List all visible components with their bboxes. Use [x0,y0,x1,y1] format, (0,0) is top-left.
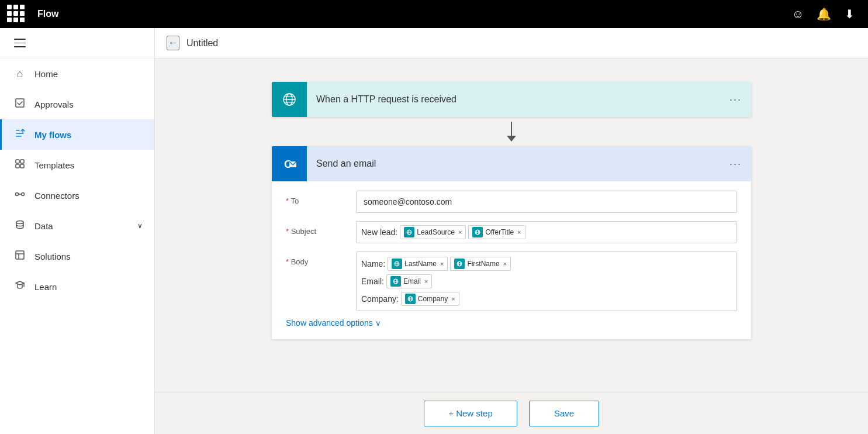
sidebar-item-home[interactable]: ⌂ Home [0,58,154,89]
svg-point-5 [16,192,19,195]
firstname-label: FirstName [467,260,499,268]
sidebar-item-label: Approvals [34,99,74,109]
svg-rect-3 [16,164,19,168]
sidebar-item-approvals[interactable]: Approvals [0,89,154,119]
sidebar-item-label: My flows [34,130,71,140]
body-input[interactable]: Name: LastName × [356,252,737,311]
home-icon: ⌂ [13,68,26,80]
company-icon [405,294,416,304]
svg-point-6 [22,192,25,195]
body-tag-company[interactable]: Company × [401,292,459,306]
http-trigger-card[interactable]: When a HTTP request is received ··· [272,82,751,117]
sidebar-item-label: Connectors [34,191,79,201]
main-canvas: When a HTTP request is received ··· [155,58,868,434]
body-field-row: * Body Name: [286,252,737,311]
http-icon [272,82,307,117]
offertitle-label: OfferTitle [485,228,514,236]
page-title: Untitled [186,38,218,49]
data-chevron-icon: ∨ [137,222,143,230]
email-close[interactable]: × [424,278,428,285]
body-tag-lastname[interactable]: LastName × [388,257,448,271]
http-card-menu[interactable]: ··· [720,94,751,106]
company-close[interactable]: × [451,295,455,302]
http-card-header: When a HTTP request is received ··· [272,82,751,117]
flow-arrow [507,117,516,146]
sidebar-item-solutions[interactable]: Solutions [0,241,154,271]
subject-tag-offertitle[interactable]: OfferTitle × [468,225,525,239]
email-action-label: Send an email [307,159,720,169]
email-card-body: * To * Subject New le [272,181,751,339]
show-advanced-options[interactable]: Show advanced options ∨ [286,318,737,328]
leadsource-icon [404,227,414,237]
company-label: Company [418,295,448,303]
body-tag-firstname[interactable]: FirstName × [450,257,511,271]
email-card-menu[interactable]: ··· [720,158,751,170]
sidebar-item-connectors[interactable]: Connectors [0,180,154,211]
sidebar-item-label: Data [34,221,53,231]
hamburger-button[interactable] [9,33,30,54]
sidebar-nav: ⌂ Home Approvals My flows Templates [0,58,154,302]
flow-container: When a HTTP request is received ··· [167,70,856,392]
to-input[interactable] [356,191,737,213]
new-step-button[interactable]: + New step [424,401,517,426]
my-flows-icon [13,128,26,142]
outlook-icon: O [272,146,307,181]
lastname-close[interactable]: × [440,260,444,267]
show-advanced-link[interactable]: Show advanced options [286,318,373,328]
http-trigger-label: When a HTTP request is received [307,94,720,105]
body-tag-email[interactable]: Email × [386,274,432,288]
bottom-action-bar: + New step Save [155,392,868,434]
bell-icon[interactable]: 🔔 [812,2,835,26]
email-card-header: O Send an email ··· [272,146,751,181]
lastname-icon [392,259,402,269]
body-label: * Body [286,252,356,266]
subject-input[interactable]: New lead: LeadSource × [356,221,737,243]
show-advanced-chevron-icon: ∨ [375,319,381,328]
email-label: Email [403,277,421,285]
sidebar-item-data[interactable]: Data ∨ [0,211,154,241]
back-button[interactable]: ← [167,36,179,50]
subject-tag-leadsource[interactable]: LeadSource × [400,225,466,239]
svg-point-8 [16,221,23,223]
sidebar-item-label: Solutions [34,252,71,261]
email-icon [390,276,401,287]
subject-label: * Subject [286,221,356,236]
offertitle-icon [472,227,483,237]
company-prefix: Company: [361,294,399,304]
body-company-line: Company: Company × [361,292,732,306]
sidebar-item-my-flows[interactable]: My flows [0,119,154,150]
svg-rect-9 [16,251,24,259]
email-prefix: Email: [361,277,384,286]
to-field-row: * To [286,191,737,214]
approvals-icon [13,98,26,111]
solutions-icon [13,250,26,263]
app-title: Flow [37,9,58,19]
subheader: ← Untitled [155,28,868,58]
download-icon[interactable]: ⬇ [838,2,861,26]
firstname-close[interactable]: × [503,260,507,267]
waffle-menu[interactable] [7,5,26,23]
sidebar-item-learn[interactable]: Learn [0,271,154,302]
subject-field-row: * Subject New lead: LeadSource [286,221,737,244]
body-email-line: Email: Email × [361,274,732,288]
svg-rect-4 [20,164,24,168]
body-name-line: Name: LastName × [361,257,732,271]
leadsource-close[interactable]: × [458,229,462,236]
sidebar-item-label: Learn [34,282,57,292]
templates-icon [13,159,26,172]
topbar: Flow ☺ 🔔 ⬇ [0,0,868,28]
offertitle-close[interactable]: × [517,229,521,236]
svg-rect-2 [20,160,24,163]
svg-rect-1 [16,160,19,163]
sidebar-item-templates[interactable]: Templates [0,150,154,180]
sidebar-header [0,28,154,58]
to-label: * To [286,191,356,205]
email-action-card: O Send an email ··· [272,146,751,339]
feedback-icon[interactable]: ☺ [786,2,810,26]
learn-icon [13,280,26,294]
topbar-right-icons: ☺ 🔔 ⬇ [786,2,861,26]
save-button[interactable]: Save [529,401,599,426]
leadsource-label: LeadSource [417,228,455,236]
content-area: ⌂ Home Approvals My flows Templates [0,28,868,434]
svg-rect-0 [16,99,24,107]
